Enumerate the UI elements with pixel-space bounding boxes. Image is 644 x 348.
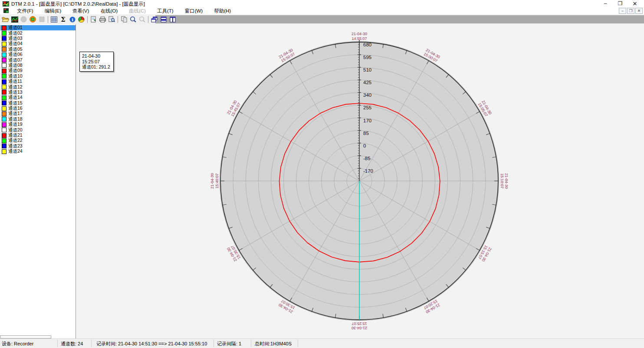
status-separator (214, 340, 214, 347)
channel-color-swatch (2, 47, 7, 52)
channel-item-24[interactable]: 通道24 (0, 149, 76, 154)
mdi-close-button[interactable]: ✕ (635, 8, 643, 14)
tooltip-date: 21-04-30 (82, 53, 110, 59)
channel-color-swatch (2, 101, 7, 105)
time-label: 21-04-3015:10:07 (500, 173, 509, 189)
channel-color-swatch (2, 36, 7, 41)
zoom-icon[interactable] (128, 15, 138, 24)
print-icon[interactable] (98, 15, 107, 24)
tile-vertical-icon[interactable] (168, 15, 177, 24)
channel-item-4[interactable]: 通道04 (0, 41, 76, 46)
channel-item-23[interactable]: 通道23 (0, 144, 76, 149)
channel-color-swatch (2, 144, 7, 148)
svg-text:21-04-30: 21-04-30 (352, 32, 367, 36)
panel-scrollbar[interactable] (0, 335, 51, 338)
sigma-icon[interactable]: Σ (59, 15, 68, 24)
channel-color-swatch (2, 90, 7, 95)
menu-item-5: 曲线(C) (123, 7, 151, 14)
restore-button[interactable]: ❐ (613, 0, 628, 7)
toolbar-separator (87, 16, 88, 23)
menu-item-6[interactable]: 工具(T) (151, 7, 179, 14)
channel-item-11[interactable]: 通道11 (0, 79, 76, 84)
tile-horizontal-icon[interactable] (159, 15, 168, 24)
status-item-4: 记录间隔: 1 (217, 341, 241, 347)
app-logo-icon (3, 1, 9, 7)
export-icon[interactable] (89, 15, 98, 24)
status-bar: 设备: Recorder通道数: 24记录时间: 21-04-30 14:51:… (0, 338, 644, 348)
channel-color-swatch (2, 58, 7, 62)
mdi-restore-button[interactable]: ❐ (627, 8, 634, 14)
mdi-minimize-button[interactable]: – (619, 8, 626, 14)
menu-item-4[interactable]: 在线(O) (95, 7, 123, 14)
minimize-button[interactable]: – (598, 0, 613, 7)
channel-item-10[interactable]: 通道10 (0, 74, 76, 79)
record-icon[interactable] (28, 15, 37, 24)
channel-list-panel: 通道01通道02通道03通道04通道05通道06通道07通道08通道09通道10… (0, 24, 76, 338)
toolbar-separator (48, 16, 48, 23)
close-button[interactable]: ✕ (628, 0, 642, 7)
channel-item-20[interactable]: 通道20 (0, 127, 76, 132)
menu-items: 文件(F)编辑(E)查看(V)在线(O)曲线(C)工具(T)窗口(W)帮助(H) (11, 7, 237, 14)
radial-axis-label: 85 (363, 131, 369, 136)
channel-item-15[interactable]: 通道15 (0, 100, 76, 105)
status-item-1: 设备: Recorder (2, 341, 33, 347)
menu-item-8[interactable]: 帮助(H) (208, 7, 237, 14)
open-folder-icon[interactable] (1, 15, 10, 24)
status-separator (57, 340, 58, 347)
channel-color-swatch (2, 128, 7, 132)
channel-item-8[interactable]: 通道08 (0, 63, 76, 68)
stop-disabled-icon (37, 15, 46, 24)
channel-item-14[interactable]: 通道14 (0, 95, 76, 100)
channel-item-6[interactable]: 通道06 (0, 52, 76, 57)
channel-color-swatch (2, 31, 7, 36)
pie-chart-icon[interactable] (77, 15, 86, 24)
application-window: DTM 2.0.1 - [圆盘显示] [C:\DTM 2.0.2\RealDat… (0, 0, 644, 348)
status-separator (251, 340, 251, 347)
svg-text:15:10:07: 15:10:07 (500, 173, 504, 188)
svg-text:Σ: Σ (61, 16, 66, 23)
channel-item-17[interactable]: 通道17 (0, 111, 76, 116)
menu-item-3[interactable]: 查看(V) (67, 7, 95, 14)
channel-item-16[interactable]: 通道16 (0, 106, 76, 111)
channel-item-3[interactable]: 通道03 (0, 36, 76, 41)
polar-chart[interactable]: 680595510425340255170850-85-17021-04-301… (76, 24, 644, 338)
channel-item-7[interactable]: 通道07 (0, 57, 76, 62)
channel-item-12[interactable]: 通道12 (0, 84, 76, 89)
channel-color-swatch (2, 95, 7, 100)
channel-item-22[interactable]: 通道22 (0, 138, 76, 143)
channel-item-21[interactable]: 通道21 (0, 133, 76, 138)
radial-axis-label: 425 (363, 80, 371, 85)
channel-item-2[interactable]: 通道02 (0, 30, 76, 36)
menu-item-2[interactable]: 编辑(E) (39, 7, 67, 14)
channel-item-9[interactable]: 通道09 (0, 68, 76, 73)
mdi-window-controls: – ❐ ✕ (619, 8, 643, 14)
channel-item-13[interactable]: 通道13 (0, 90, 76, 95)
channel-color-swatch (2, 53, 7, 57)
channel-item-18[interactable]: 通道18 (0, 117, 76, 122)
svg-text:14:55:07: 14:55:07 (352, 36, 367, 41)
channel-label: 通道24 (8, 148, 23, 154)
menu-item-1[interactable]: 文件(F) (11, 7, 39, 14)
channel-item-5[interactable]: 通道05 (0, 47, 76, 52)
channel-color-swatch (2, 122, 7, 127)
cascade-windows-icon[interactable] (150, 15, 159, 24)
channel-color-swatch (2, 112, 7, 116)
print-preview-icon[interactable] (107, 15, 116, 24)
tooltip-value: 通道01: 291.2 (82, 64, 110, 70)
toolbar: Σi (1, 15, 177, 24)
mdi-child-icon (3, 8, 9, 13)
table-icon[interactable] (49, 15, 59, 24)
data-tooltip: 21-04-30 15:25:07 通道01: 291.2 (79, 52, 114, 72)
channel-item-19[interactable]: 通道19 (0, 122, 76, 127)
svg-text:21-04-30: 21-04-30 (352, 326, 367, 330)
copy-icon[interactable] (119, 15, 128, 24)
channel-item-1[interactable]: 通道01 (0, 25, 76, 30)
radial-axis-label: 510 (363, 67, 371, 72)
channel-color-swatch (2, 42, 7, 46)
channel-color-swatch (2, 69, 7, 73)
time-label: 21-04-3014:55:07 (352, 32, 367, 41)
info-icon[interactable]: i (68, 15, 77, 24)
menu-item-7[interactable]: 窗口(W) (179, 7, 209, 14)
trend-chart-icon[interactable] (10, 15, 19, 24)
channel-color-swatch (2, 79, 7, 84)
